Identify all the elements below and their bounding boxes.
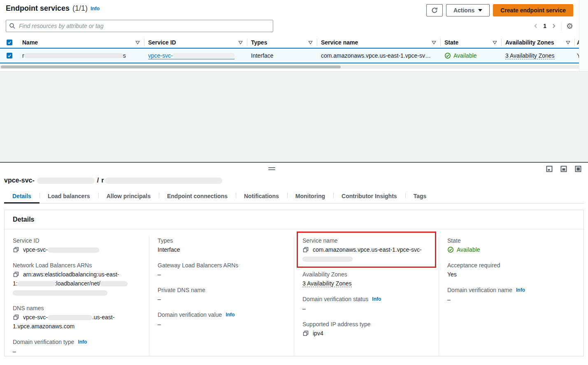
row-checkbox[interactable] <box>7 53 12 58</box>
info-link[interactable]: Info <box>516 285 525 295</box>
check-icon <box>7 40 12 44</box>
tab-notifications[interactable]: Notifications <box>236 189 287 203</box>
tab-allow-principals[interactable]: Allow principals <box>98 189 159 203</box>
field-domain-verification-type: Domain verification typeInfo – <box>13 337 141 356</box>
redacted-text <box>173 53 235 58</box>
pagination: 1 ⚙ <box>533 21 573 30</box>
table-row[interactable]: rs vpce-svc- Interface com.amazonaws.vpc… <box>0 48 579 63</box>
redacted-text <box>48 248 99 253</box>
cell-types: Interface <box>247 52 317 59</box>
column-header-acceptance-clipped[interactable]: A <box>574 37 579 48</box>
field-dns-names: DNS names vpce-svc-.us-east- 1.vpce.amaz… <box>13 304 141 331</box>
cell-acceptance-clipped: Y <box>574 52 579 59</box>
redacted-text <box>100 281 128 286</box>
details-column-1: Service ID vpce-svc- Network Load Balanc… <box>5 236 149 356</box>
field-nlb-arns: Network Load Balancers ARNs arn:aws:elas… <box>13 261 141 297</box>
resize-handle-icon[interactable] <box>268 167 275 171</box>
panel-title: vpce-svc- / r <box>4 177 588 184</box>
actions-button[interactable]: Actions <box>446 4 490 16</box>
service-id-link[interactable]: vpce-svc- <box>148 52 235 59</box>
sort-icon <box>566 41 570 44</box>
check-icon <box>7 54 12 58</box>
column-header-name[interactable]: Name <box>18 37 144 48</box>
tab-contributor-insights[interactable]: Contributor Insights <box>333 189 405 203</box>
sort-icon <box>238 41 243 44</box>
tab-load-balancers[interactable]: Load balancers <box>40 189 98 203</box>
panel-position-half-icon[interactable] <box>560 166 567 172</box>
info-link[interactable]: Info <box>91 6 100 12</box>
field-domain-verification-value: Domain verification valueInfo – <box>158 310 286 329</box>
availability-zones-link[interactable]: 3 Availability Zones <box>505 52 555 59</box>
endpoint-services-table: Name Service ID Types Service name State… <box>0 37 579 69</box>
create-label: Create endpoint service <box>500 7 566 14</box>
endpoint-services-section: Endpoint services (1/1) Info Actions Cre… <box>0 0 579 71</box>
cell-service-name: com.amazonaws.vpce.us-east-1.vpce-sv… <box>317 52 440 59</box>
search-input[interactable] <box>6 20 273 32</box>
cell-availability-zones: 3 Availability Zones <box>501 52 574 59</box>
copy-icon[interactable] <box>302 330 309 337</box>
details-split-panel: vpce-svc- / r Details Load balancers All… <box>0 162 588 365</box>
divider <box>561 21 562 30</box>
sort-icon <box>135 41 140 44</box>
details-card-title: Details <box>5 210 583 229</box>
panel-position-full-icon[interactable] <box>575 166 581 172</box>
redacted-text <box>105 178 222 184</box>
field-supported-ip-address-type: Supported IP address type ipv4 <box>302 320 430 338</box>
copy-icon[interactable] <box>302 246 309 253</box>
horizontal-scrollbar[interactable] <box>0 65 579 69</box>
table-header-row: Name Service ID Types Service name State… <box>0 37 579 48</box>
details-column-2: Types Interface Gateway Load Balancers A… <box>149 236 294 356</box>
field-availability-zones: Availability Zones 3 Availability Zones <box>302 270 430 288</box>
previous-page-button[interactable] <box>533 23 539 29</box>
vertical-scrollbar-gutter <box>579 0 588 71</box>
column-header-types[interactable]: Types <box>247 37 317 48</box>
cell-service-id: vpce-svc- <box>144 52 247 59</box>
info-link[interactable]: Info <box>225 310 235 319</box>
redacted-text <box>13 290 107 295</box>
current-page[interactable]: 1 <box>543 23 546 29</box>
panel-position-bottom-icon[interactable] <box>546 166 553 172</box>
next-page-button[interactable] <box>551 23 557 29</box>
field-acceptance-required: Acceptance required Yes <box>447 261 575 279</box>
field-domain-verification-status: Domain verification statusInfo – <box>302 295 430 313</box>
search-box <box>6 20 273 32</box>
page-title: Endpoint services <box>6 4 70 13</box>
field-glb-arns: Gateway Load Balancers ARNs – <box>158 261 286 279</box>
redacted-text <box>48 315 92 320</box>
split-panel-controls <box>0 163 588 175</box>
tab-tags[interactable]: Tags <box>405 189 435 203</box>
availability-zones-link[interactable]: 3 Availability Zones <box>302 280 352 287</box>
tab-endpoint-connections[interactable]: Endpoint connections <box>159 189 236 203</box>
column-header-state[interactable]: State <box>440 37 501 48</box>
field-service-name-highlighted: Service name com.amazonaws.vpce.us-east-… <box>297 232 436 268</box>
sort-icon <box>308 41 313 44</box>
scrollbar-thumb[interactable] <box>1 66 341 68</box>
copy-icon[interactable] <box>13 246 19 253</box>
settings-gear-icon[interactable]: ⚙ <box>566 22 573 30</box>
redacted-text <box>302 257 353 262</box>
resource-count: (1/1) <box>72 4 88 13</box>
refresh-icon <box>431 7 438 14</box>
column-header-availability-zones[interactable]: Availability Zones <box>501 37 574 48</box>
copy-icon[interactable] <box>13 314 19 321</box>
tab-details[interactable]: Details <box>4 189 40 203</box>
refresh-button[interactable] <box>426 4 443 16</box>
state-text: Available <box>453 52 477 59</box>
sort-icon <box>493 41 497 44</box>
select-all-checkbox[interactable] <box>7 40 12 45</box>
redacted-text <box>18 281 55 286</box>
create-endpoint-service-button[interactable]: Create endpoint service <box>493 4 573 16</box>
search-icon <box>9 23 16 29</box>
field-private-dns-name: Private DNS name – <box>158 285 286 304</box>
cell-state: Available <box>440 52 501 59</box>
column-header-service-id[interactable]: Service ID <box>144 37 247 48</box>
info-link[interactable]: Info <box>78 337 87 346</box>
field-types: Types Interface <box>158 236 286 254</box>
field-domain-verification-name: Domain verification nameInfo – <box>447 285 575 304</box>
copy-icon[interactable] <box>13 271 19 278</box>
column-header-service-name[interactable]: Service name <box>317 37 440 48</box>
field-service-id: Service ID vpce-svc- <box>13 236 141 254</box>
info-link[interactable]: Info <box>372 295 381 304</box>
details-card: Details Service ID vpce-svc- Network Loa… <box>4 210 584 356</box>
tab-monitoring[interactable]: Monitoring <box>287 189 333 203</box>
